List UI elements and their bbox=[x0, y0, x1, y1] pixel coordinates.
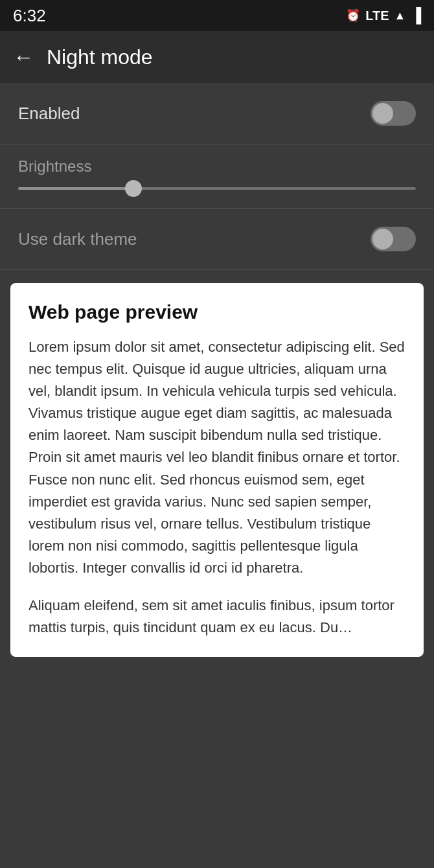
bottom-space bbox=[0, 670, 434, 773]
status-bar: 6:32 ⏰ LTE ▲ ▐ bbox=[0, 0, 434, 31]
settings-container: Enabled Brightness Use dark theme bbox=[0, 83, 434, 270]
battery-icon: ▐ bbox=[411, 7, 421, 24]
web-page-preview: Web page preview Lorem ipsum dolor sit a… bbox=[10, 283, 424, 657]
dark-theme-row: Use dark theme bbox=[0, 209, 434, 269]
app-bar: ← Night mode bbox=[0, 31, 434, 83]
alarm-icon: ⏰ bbox=[346, 8, 360, 23]
dark-theme-toggle[interactable] bbox=[371, 227, 416, 251]
signal-icon: ▲ bbox=[394, 9, 406, 23]
brightness-slider[interactable] bbox=[18, 187, 416, 190]
preview-title: Web page preview bbox=[29, 301, 405, 323]
preview-paragraph-2: Aliquam eleifend, sem sit amet iaculis f… bbox=[29, 595, 405, 639]
enabled-toggle-knob bbox=[372, 103, 393, 124]
brightness-label: Brightness bbox=[18, 157, 416, 176]
status-time: 6:32 bbox=[13, 6, 46, 26]
dark-theme-toggle-knob bbox=[372, 229, 393, 249]
dark-theme-label: Use dark theme bbox=[18, 229, 137, 249]
enabled-row: Enabled bbox=[0, 83, 434, 144]
back-icon: ← bbox=[13, 45, 34, 69]
status-icons: ⏰ LTE ▲ ▐ bbox=[346, 7, 421, 24]
brightness-section: Brightness bbox=[0, 144, 434, 208]
page-title: Night mode bbox=[47, 45, 153, 69]
lte-label: LTE bbox=[365, 8, 389, 23]
divider-3 bbox=[0, 269, 434, 270]
enabled-label: Enabled bbox=[18, 104, 80, 124]
back-button[interactable]: ← bbox=[13, 45, 34, 69]
preview-paragraph-1: Lorem ipsum dolor sit amet, consectetur … bbox=[29, 336, 405, 579]
enabled-toggle[interactable] bbox=[371, 101, 416, 126]
brightness-slider-container bbox=[18, 187, 416, 190]
